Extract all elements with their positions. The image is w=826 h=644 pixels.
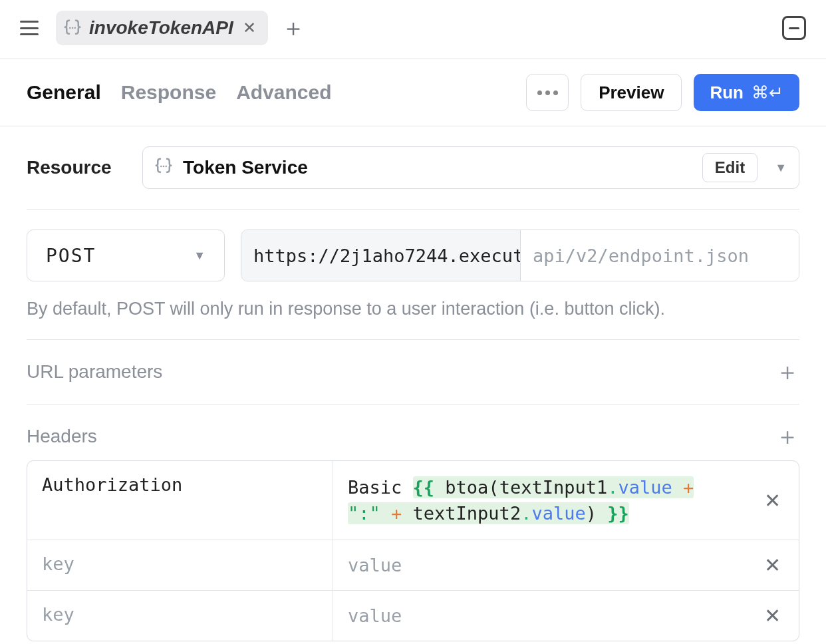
headers-section: Headers ＋ (27, 424, 799, 448)
close-icon[interactable]: ✕ (240, 19, 259, 37)
request-row: POST ▼ https://2j1aho7244.execut (27, 230, 799, 281)
resource-select[interactable]: Token Service Edit ▼ (142, 146, 799, 189)
header-value-input[interactable]: value (333, 591, 746, 641)
header-row: Authorization Basic {{ btoa(textInput1.v… (27, 461, 799, 540)
run-button[interactable]: Run ⌘↵ (694, 74, 799, 111)
run-shortcut: ⌘↵ (752, 82, 783, 103)
tab-response[interactable]: Response (121, 81, 216, 104)
header-key-input[interactable]: Authorization (27, 461, 333, 540)
divider (27, 404, 799, 404)
header-value-expression: Basic {{ btoa(textInput1.value +":" + te… (348, 474, 694, 526)
url-params-section: URL parameters ＋ (27, 360, 799, 384)
header-key-input[interactable]: key (27, 540, 333, 590)
resource-row: Resource Token Service Edit ▼ (27, 146, 799, 189)
add-header-icon[interactable]: ＋ (775, 424, 799, 448)
delete-header-icon[interactable]: ✕ (746, 591, 799, 641)
tab-title: invokeTokenAPI (89, 17, 233, 39)
preview-button[interactable]: Preview (581, 74, 682, 111)
svg-point-0 (69, 27, 71, 29)
braces-icon (63, 18, 82, 38)
svg-point-2 (74, 27, 76, 29)
braces-icon (154, 156, 174, 179)
method-select[interactable]: POST ▼ (27, 230, 225, 281)
resource-name: Token Service (183, 157, 693, 178)
collapse-panel-icon[interactable] (782, 16, 806, 40)
header-key-input[interactable]: key (27, 591, 333, 641)
request-hint: By default, POST will only run in respon… (27, 299, 799, 319)
base-url: https://2j1aho7244.execut (241, 230, 521, 281)
more-options-button[interactable] (526, 74, 569, 111)
topbar: invokeTokenAPI ✕ ＋ (0, 0, 826, 59)
svg-point-5 (166, 166, 168, 168)
form-body: Resource Token Service Edit ▼ POST ▼ h (0, 126, 826, 644)
ellipsis-icon (537, 90, 558, 95)
add-tab-icon[interactable]: ＋ (281, 16, 305, 40)
add-url-param-icon[interactable]: ＋ (775, 360, 799, 384)
tab-general[interactable]: General (27, 81, 101, 104)
delete-header-icon[interactable]: ✕ (746, 461, 799, 540)
url-group: https://2j1aho7244.execut (241, 230, 799, 281)
resource-label: Resource (27, 157, 126, 178)
headers-table: Authorization Basic {{ btoa(textInput1.v… (27, 460, 799, 641)
svg-point-1 (72, 27, 74, 29)
delete-header-icon[interactable]: ✕ (746, 540, 799, 590)
divider (27, 339, 799, 340)
divider (27, 209, 799, 210)
config-header: General Response Advanced Preview Run ⌘↵ (0, 59, 826, 126)
method-value: POST (46, 245, 96, 267)
header-row: key value ✕ (27, 540, 799, 591)
tab-advanced[interactable]: Advanced (236, 81, 331, 104)
query-tab[interactable]: invokeTokenAPI ✕ (56, 11, 268, 45)
edit-resource-button[interactable]: Edit (702, 153, 757, 182)
svg-point-4 (163, 166, 165, 168)
run-label: Run (710, 82, 744, 103)
menu-icon[interactable] (20, 21, 39, 35)
header-value-input[interactable]: value (333, 540, 746, 590)
config-tabs: General Response Advanced (27, 81, 332, 104)
header-value-input[interactable]: Basic {{ btoa(textInput1.value +":" + te… (333, 461, 746, 540)
section-title: URL parameters (27, 361, 162, 383)
chevron-down-icon[interactable]: ▼ (771, 161, 791, 175)
section-title: Headers (27, 426, 97, 447)
header-row: key value ✕ (27, 591, 799, 641)
url-path-input[interactable] (521, 230, 799, 281)
svg-point-3 (160, 166, 162, 168)
chevron-down-icon: ▼ (190, 249, 209, 263)
